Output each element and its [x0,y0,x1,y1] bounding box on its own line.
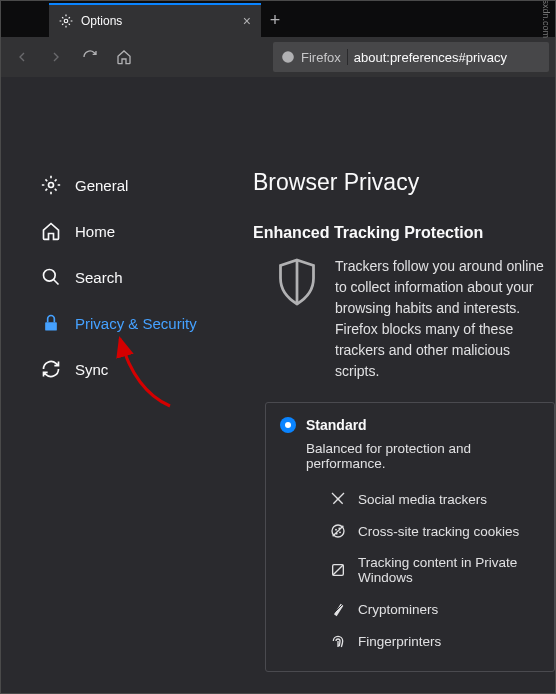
lock-icon [41,313,61,333]
social-trackers-icon [330,491,346,507]
protect-item-label: Cross-site tracking cookies [358,524,519,539]
gear-icon [59,14,73,28]
tab-strip: Options × + [1,1,555,37]
svg-point-0 [64,19,68,23]
preferences-sidebar: General Home Search Privacy & Security S… [1,77,243,693]
svg-point-1 [282,51,294,63]
content-area: General Home Search Privacy & Security S… [1,77,555,693]
section-intro-text: Trackers follow you around online to col… [335,256,555,382]
tab-close-icon[interactable]: × [243,13,251,29]
url-address: about:preferences#privacy [354,50,541,65]
svg-point-6 [337,498,340,501]
protect-item-label: Tracking content in Private Windows [358,555,544,585]
navigation-toolbar: Firefox about:preferences#privacy [1,37,555,77]
sidebar-item-label: Sync [75,361,108,378]
url-product-label: Firefox [301,50,341,65]
protection-level-card[interactable]: Standard Balanced for protection and per… [265,402,555,672]
watermark: wsxdn.com [541,0,551,38]
sidebar-item-label: Search [75,269,123,286]
sidebar-item-home[interactable]: Home [41,215,243,247]
svg-point-3 [44,270,56,282]
svg-line-12 [333,526,344,537]
section-heading: Enhanced Tracking Protection [253,224,555,242]
new-tab-button[interactable]: + [261,3,289,37]
firefox-icon [281,50,295,64]
cryptominers-icon [330,601,346,617]
sidebar-item-label: Home [75,223,115,240]
reload-button[interactable] [75,42,105,72]
protect-item-label: Cryptominers [358,602,438,617]
cookies-icon [330,523,346,539]
shield-icon [275,256,319,308]
protect-item-label: Social media trackers [358,492,487,507]
sync-icon [41,359,61,379]
card-subtitle: Balanced for protection and performance. [306,441,544,471]
svg-line-14 [333,565,344,576]
sidebar-item-search[interactable]: Search [41,261,243,293]
back-icon [14,49,30,65]
radio-selected[interactable] [280,417,296,433]
home-icon [41,221,61,241]
fingerprinters-icon [330,633,346,649]
page-title: Browser Privacy [253,169,555,196]
home-button[interactable] [109,42,139,72]
sidebar-item-privacy[interactable]: Privacy & Security [41,307,243,339]
tab-title: Options [81,14,122,28]
protect-item: Tracking content in Private Windows [280,547,544,593]
search-icon [41,267,61,287]
gear-icon [41,175,61,195]
protect-item: Cross-site tracking cookies [280,515,544,547]
preferences-panel: Browser Privacy Enhanced Tracking Protec… [243,77,555,693]
protect-item: Cryptominers [280,593,544,625]
sidebar-item-label: General [75,177,128,194]
tracking-content-icon [330,562,346,578]
sidebar-item-general[interactable]: General [41,169,243,201]
back-button[interactable] [7,42,37,72]
protect-item: Social media trackers [280,483,544,515]
sidebar-item-label: Privacy & Security [75,315,197,332]
svg-point-8 [335,529,337,531]
reload-icon [82,49,98,65]
svg-rect-5 [45,322,57,330]
forward-icon [48,49,64,65]
svg-line-4 [54,280,59,285]
url-separator [347,49,348,65]
svg-point-10 [339,531,341,533]
tab-options[interactable]: Options × [49,3,261,37]
card-title: Standard [306,417,367,433]
protect-item: Fingerprinters [280,625,544,657]
sidebar-item-sync[interactable]: Sync [41,353,243,385]
forward-button[interactable] [41,42,71,72]
svg-point-2 [49,183,54,188]
protect-item-label: Fingerprinters [358,634,441,649]
url-bar[interactable]: Firefox about:preferences#privacy [273,42,549,72]
home-icon [116,49,132,65]
